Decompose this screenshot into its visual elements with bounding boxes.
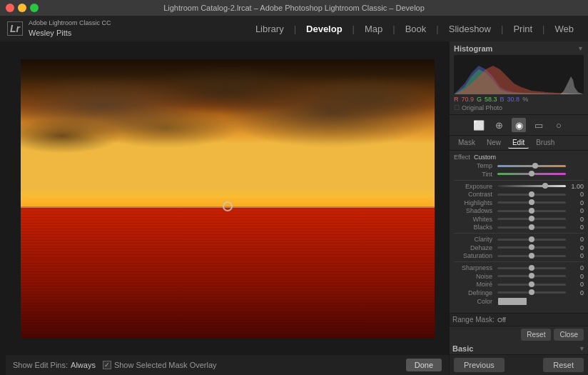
nav-book[interactable]: Book	[398, 21, 434, 37]
tab-brush[interactable]: Brush	[532, 137, 559, 149]
shadows-thumb[interactable]	[529, 208, 534, 214]
exposure-value: 1.00	[568, 183, 584, 190]
minimize-button[interactable]	[18, 4, 26, 12]
tint-thumb[interactable]	[529, 171, 534, 176]
healing-icon[interactable]: ⊕	[492, 118, 506, 132]
filter-icon[interactable]: ▭	[532, 118, 546, 132]
contrast-thumb[interactable]	[529, 191, 534, 197]
shadows-track[interactable]	[497, 210, 566, 212]
clarity-slider-row: Clarity 0	[454, 236, 584, 243]
sharpness-track[interactable]	[497, 267, 566, 269]
nav-print[interactable]: Print	[506, 21, 539, 37]
whites-track[interactable]	[497, 218, 566, 220]
tab-edit[interactable]: Edit	[508, 137, 529, 149]
basic-header[interactable]: Basic ▼	[450, 343, 588, 354]
nav-menu: Library | Develop | Map | Book | Slidesh…	[248, 21, 581, 37]
histogram-expand[interactable]: ▼	[577, 45, 584, 52]
histogram-values: R 70.9 G 58.3 B 30.8 %	[454, 96, 584, 103]
effect-value[interactable]: Custom	[474, 154, 501, 161]
nav-map[interactable]: Map	[358, 21, 390, 37]
close-button[interactable]: Close	[554, 329, 584, 341]
sliders-section: Effect Custom Temp Tint	[450, 151, 588, 313]
window-title: Lightroom Catalog-2.lrcat – Adobe Photos…	[163, 4, 425, 12]
close-button[interactable]	[6, 4, 14, 12]
right-panel: Histogram ▼ R 70.9 G 58.3	[449, 41, 588, 375]
histogram-title: Histogram	[454, 44, 492, 53]
overlay-checkbox[interactable]	[103, 361, 111, 369]
brush-icon[interactable]: ◉	[512, 118, 526, 132]
blacks-slider-row: Blacks 0	[454, 224, 584, 231]
sharpness-thumb[interactable]	[529, 265, 534, 271]
highlights-track[interactable]	[497, 201, 566, 204]
tab-new[interactable]: New	[482, 137, 505, 149]
moire-track[interactable]	[497, 284, 566, 286]
dehaze-value: 0	[568, 244, 584, 251]
hist-unit: %	[522, 96, 528, 103]
defringe-track[interactable]	[497, 291, 566, 294]
water-ripples	[21, 206, 435, 337]
whites-slider-row: Whites 0	[454, 216, 584, 223]
saturation-label: Saturation	[454, 252, 495, 259]
nav-slideshow[interactable]: Slideshow	[442, 21, 498, 37]
exposure-track[interactable]	[497, 185, 566, 187]
basic-label: Basic	[452, 344, 473, 353]
action-buttons: Reset Close	[450, 326, 588, 343]
hist-b-label: B	[500, 96, 505, 103]
previous-button[interactable]: Previous	[454, 358, 505, 372]
nav-library[interactable]: Library	[248, 21, 291, 37]
done-button[interactable]: Done	[406, 359, 442, 371]
whites-thumb[interactable]	[529, 216, 534, 221]
dehaze-track[interactable]	[497, 246, 566, 249]
blacks-track[interactable]	[497, 226, 566, 229]
highlights-label: Highlights	[454, 199, 495, 206]
brand-name: Adobe Lightroom Classic CC	[29, 19, 111, 28]
always-value[interactable]: Always	[71, 361, 96, 369]
hist-g-label: G	[477, 96, 482, 103]
saturation-track[interactable]	[497, 255, 566, 257]
contrast-value: 0	[568, 191, 584, 198]
exposure-thumb[interactable]	[542, 183, 548, 189]
radial-icon[interactable]: ○	[552, 118, 566, 132]
bottom-toolbar: Show Edit Pins: Always Show Selected Mas…	[6, 355, 449, 375]
clarity-thumb[interactable]	[529, 236, 534, 242]
highlights-thumb[interactable]	[529, 199, 534, 205]
moire-thumb[interactable]	[529, 281, 534, 287]
maximize-button[interactable]	[30, 4, 39, 12]
crop-icon[interactable]: ⬜	[472, 118, 486, 132]
noise-track[interactable]	[497, 275, 566, 277]
mask-center-point[interactable]	[223, 201, 233, 211]
photo-wrapper[interactable]	[21, 59, 435, 338]
tint-track[interactable]	[497, 173, 566, 175]
contrast-track[interactable]	[497, 194, 566, 196]
nav-develop[interactable]: Develop	[299, 21, 350, 37]
tab-mask[interactable]: Mask	[454, 137, 480, 149]
user-info: Adobe Lightroom Classic CC Wesley Pitts	[29, 19, 111, 38]
center-area: Show Edit Pins: Always Show Selected Mas…	[6, 41, 449, 375]
show-edit-pins: Show Edit Pins: Always	[13, 361, 96, 369]
range-mask-value[interactable]: Off	[497, 316, 506, 324]
bottom-nav: Previous Reset	[450, 354, 588, 375]
saturation-thumb[interactable]	[529, 253, 534, 259]
lr-logo: Lr	[7, 21, 23, 36]
color-label: Color	[454, 298, 495, 305]
noise-thumb[interactable]	[529, 273, 534, 279]
sharpness-label: Sharpness	[454, 264, 495, 271]
range-mask-label: Range Mask:	[452, 316, 495, 324]
reset-button[interactable]: Reset	[521, 329, 551, 341]
reset-nav-button[interactable]: Reset	[543, 358, 584, 372]
shadows-value: 0	[568, 207, 584, 214]
color-swatch[interactable]	[498, 298, 527, 305]
cloud-overlay	[21, 59, 435, 213]
defringe-thumb[interactable]	[529, 289, 534, 295]
clarity-track[interactable]	[497, 239, 566, 241]
dehaze-thumb[interactable]	[529, 244, 534, 250]
nav-web[interactable]: Web	[548, 21, 582, 37]
moire-label: Moiré	[454, 281, 495, 288]
show-overlay-checkbox[interactable]: Show Selected Mask Overlay	[103, 361, 217, 369]
basic-expand-icon[interactable]: ▼	[579, 345, 585, 352]
mask-tabs: Mask New Edit Brush	[450, 136, 588, 151]
blacks-thumb[interactable]	[529, 224, 534, 230]
traffic-lights	[6, 4, 39, 12]
temp-thumb[interactable]	[532, 163, 538, 169]
temp-track[interactable]	[497, 165, 566, 167]
